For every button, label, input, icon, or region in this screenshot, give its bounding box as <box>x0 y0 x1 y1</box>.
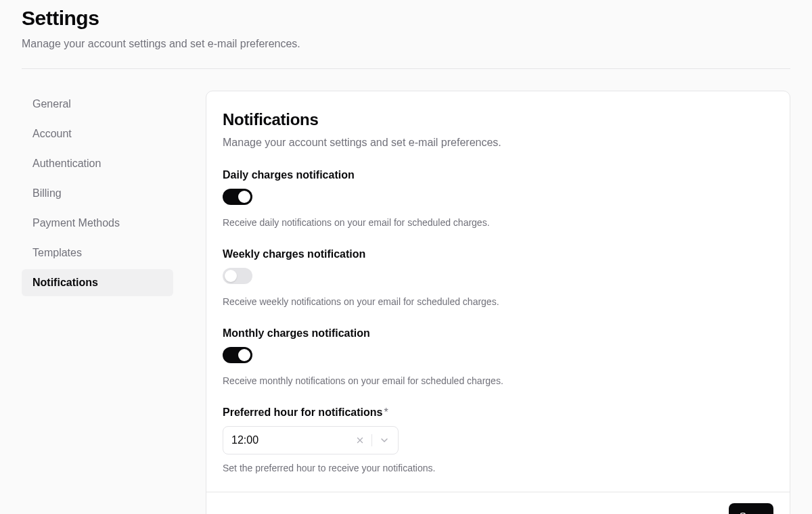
card-title: Notifications <box>223 108 773 132</box>
sidebar-item-authentication[interactable]: Authentication <box>22 150 173 177</box>
field-label: Daily charges notification <box>223 167 773 183</box>
field-daily-charges: Daily charges notification Receive daily… <box>223 167 773 230</box>
notifications-card: Notifications Manage your account settin… <box>206 91 790 514</box>
field-help: Receive weekly notifications on your ema… <box>223 295 773 309</box>
clear-icon[interactable] <box>355 436 365 445</box>
sidebar-item-notifications[interactable]: Notifications <box>22 269 173 296</box>
field-label: Preferred hour for notifications* <box>223 404 773 421</box>
field-help: Set the preferred hour to receive your n… <box>223 461 773 475</box>
sidebar-item-templates[interactable]: Templates <box>22 239 173 266</box>
daily-charges-toggle[interactable] <box>223 189 252 205</box>
monthly-charges-toggle[interactable] <box>223 347 252 363</box>
weekly-charges-toggle[interactable] <box>223 268 252 284</box>
settings-header: Settings Manage your account settings an… <box>22 0 790 69</box>
sidebar-item-label: Payment Methods <box>32 217 120 229</box>
sidebar-item-label: Account <box>32 128 72 139</box>
field-help: Receive daily notifications on your emai… <box>223 216 773 230</box>
sidebar-item-account[interactable]: Account <box>22 120 173 147</box>
preferred-hour-select[interactable]: 12:00 <box>223 426 399 454</box>
field-label: Weekly charges notification <box>223 246 773 262</box>
select-separator <box>371 434 372 446</box>
page-title: Settings <box>22 3 790 33</box>
select-value: 12:00 <box>231 432 355 448</box>
sidebar-item-general[interactable]: General <box>22 91 173 118</box>
sidebar-item-payment-methods[interactable]: Payment Methods <box>22 210 173 237</box>
save-button[interactable]: Save <box>729 503 773 514</box>
required-mark: * <box>384 406 388 418</box>
sidebar-item-billing[interactable]: Billing <box>22 180 173 207</box>
sidebar-item-label: General <box>32 98 71 110</box>
sidebar-item-label: Billing <box>32 187 62 199</box>
page-subtitle: Manage your account settings and set e-m… <box>22 36 790 52</box>
chevron-down-icon[interactable] <box>379 435 390 446</box>
field-weekly-charges: Weekly charges notification Receive week… <box>223 246 773 309</box>
sidebar-nav: General Account Authentication Billing P… <box>22 91 173 514</box>
field-preferred-hour: Preferred hour for notifications* 12:00 <box>223 404 773 475</box>
field-help: Receive monthly notifications on your em… <box>223 374 773 388</box>
sidebar-item-label: Authentication <box>32 158 101 169</box>
switch-thumb <box>225 270 237 282</box>
field-label: Monthly charges notification <box>223 325 773 342</box>
field-monthly-charges: Monthly charges notification Receive mon… <box>223 325 773 388</box>
sidebar-item-label: Notifications <box>32 277 98 288</box>
switch-thumb <box>238 191 250 203</box>
card-subtitle: Manage your account settings and set e-m… <box>223 135 773 151</box>
switch-thumb <box>238 349 250 361</box>
card-footer: Save <box>206 492 790 514</box>
sidebar-item-label: Templates <box>32 247 82 258</box>
